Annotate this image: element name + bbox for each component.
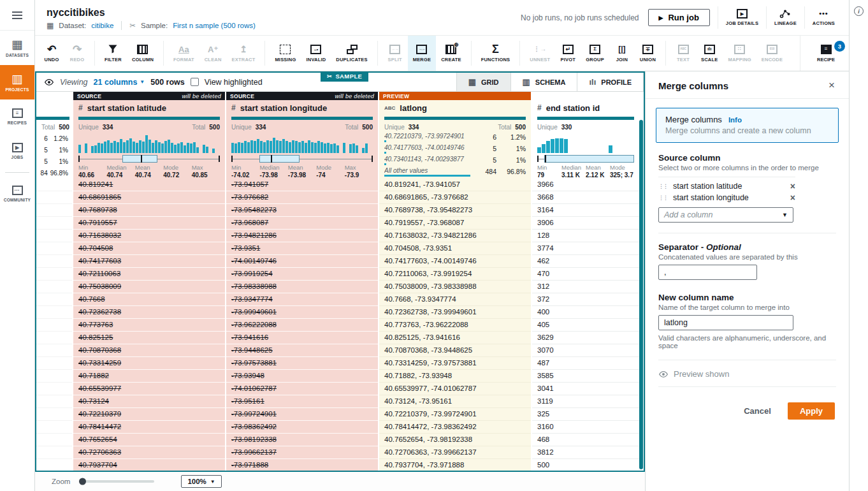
cell-start-station-latitude[interactable]: 40.72706363: [73, 446, 225, 459]
tab-schema[interactable]: ▥SCHEMA: [510, 73, 577, 91]
columns-dropdown[interactable]: 21 columns▼: [94, 78, 145, 87]
cell-latlong-preview[interactable]: 40.7919557, -73.968087: [379, 217, 531, 230]
cell-start-station-longitude[interactable]: -73.98192338: [226, 434, 378, 446]
cell-start-station-longitude[interactable]: -73.99949601: [226, 306, 378, 319]
column-header-start-station-latitude[interactable]: SOURCEwill be deleted #start station lat…: [73, 92, 225, 179]
cell-start-station-longitude[interactable]: -73.941057: [226, 179, 378, 191]
cell-start-station-latitude[interactable]: 40.71882: [73, 370, 225, 383]
sample-link[interactable]: First n sample (500 rows): [173, 22, 256, 29]
cell-start-station-latitude[interactable]: 40.7937704: [73, 459, 225, 471]
run-job-button[interactable]: ▶ Run job: [648, 9, 710, 26]
cell-start-station-longitude[interactable]: -73.99724901: [226, 408, 378, 421]
remove-column-icon[interactable]: ×: [790, 182, 795, 190]
column-header-latlong[interactable]: PREVIEW ABClatlong Unique334Total500 40.…: [379, 92, 531, 179]
cell-end-station-id[interactable]: 3070: [532, 344, 639, 357]
new-column-name-input[interactable]: [658, 315, 793, 330]
source-column-item[interactable]: ⋮⋮ start station longitude ×: [658, 192, 795, 203]
cell-end-station-id[interactable]: 3119: [532, 395, 639, 408]
cell-start-station-latitude[interactable]: 40.72362738: [73, 306, 225, 319]
close-icon[interactable]: ×: [826, 80, 837, 91]
cell-start-station-latitude[interactable]: 40.73124: [73, 395, 225, 408]
cell-end-station-id[interactable]: 462: [532, 255, 639, 268]
cell-end-station-id[interactable]: 3906: [532, 217, 639, 230]
toolbar-column-button[interactable]: COLUMN: [127, 36, 159, 71]
cell-latlong-preview[interactable]: 40.75038009, -73.98338988: [379, 281, 531, 293]
cell-start-station-latitude[interactable]: 40.71638032: [73, 230, 225, 242]
cell-start-station-latitude[interactable]: 40.819241: [73, 179, 225, 191]
cell-latlong-preview[interactable]: 40.72110063, -73.9919254: [379, 268, 531, 281]
cell-end-station-id[interactable]: 3585: [532, 370, 639, 383]
toolbar-create-button[interactable]: ⊕CREATE: [436, 36, 466, 71]
cell-latlong-preview[interactable]: 40.7668, -73.9347774: [379, 293, 531, 306]
cell-start-station-longitude[interactable]: -73.97573881: [226, 357, 378, 370]
cell-latlong-preview[interactable]: 40.73124, -73.95161: [379, 395, 531, 408]
separator-input[interactable]: [658, 265, 757, 280]
toolbar-undo-button[interactable]: ↶UNDO: [39, 36, 64, 71]
cell-end-station-id[interactable]: 3774: [532, 242, 639, 255]
hamburger-menu-button[interactable]: [0, 0, 34, 31]
cell-start-station-longitude[interactable]: -73.94821286: [226, 230, 378, 242]
cell-end-station-id[interactable]: 400: [532, 306, 639, 319]
cell-latlong-preview[interactable]: 40.7652654, -73.98192338: [379, 434, 531, 446]
cell-latlong-preview[interactable]: 40.72706363, -73.99662137: [379, 446, 531, 459]
cell-end-station-id[interactable]: 325: [532, 408, 639, 421]
cell-start-station-longitude[interactable]: -74.01062787: [226, 383, 378, 395]
source-column-item[interactable]: ⋮⋮ start station latitude ×: [658, 180, 795, 192]
cell-start-station-longitude[interactable]: -73.9448625: [226, 344, 378, 357]
cell-end-station-id[interactable]: 312: [532, 281, 639, 293]
cell-latlong-preview[interactable]: 40.825125, -73.941616: [379, 332, 531, 344]
recipe-panel-button[interactable]: ≡ 3 RECIPE: [817, 45, 835, 62]
cell-start-station-latitude[interactable]: 40.72210379: [73, 408, 225, 421]
toolbar-group-button[interactable]: ΣGROUP: [581, 36, 609, 71]
cell-start-station-latitude[interactable]: 40.75038009: [73, 281, 225, 293]
merge-columns-card[interactable]: Merge columnsInfo Merge columns and crea…: [656, 108, 839, 143]
toolbar-union-button[interactable]: ∓UNION: [635, 36, 661, 71]
info-icon[interactable]: i: [854, 6, 864, 16]
cell-latlong-preview[interactable]: 40.68691865, -73.976682: [379, 191, 531, 204]
cell-start-station-longitude[interactable]: -73.98338988: [226, 281, 378, 293]
preview-toggle[interactable]: Preview shown: [646, 369, 849, 379]
cell-end-station-id[interactable]: 470: [532, 268, 639, 281]
info-link[interactable]: Info: [728, 116, 742, 124]
cell-latlong-preview[interactable]: 40.7937704, -73.971888: [379, 459, 531, 471]
cell-start-station-latitude[interactable]: 40.72110063: [73, 268, 225, 281]
cell-start-station-latitude[interactable]: 40.74177603: [73, 255, 225, 268]
toolbar-join-button[interactable]: [|]JOIN: [609, 36, 635, 71]
view-highlighted-checkbox[interactable]: [191, 78, 199, 86]
zoom-level-dropdown[interactable]: 100%▼: [181, 475, 221, 488]
cell-end-station-id[interactable]: 487: [532, 357, 639, 370]
cell-latlong-preview[interactable]: 40.73314259, -73.97573881: [379, 357, 531, 370]
cell-end-station-id[interactable]: 468: [532, 434, 639, 446]
cell-end-station-id[interactable]: 500: [532, 459, 639, 471]
toolbar-duplicates-button[interactable]: DUPLICATES: [331, 36, 372, 71]
cell-end-station-id[interactable]: 3966: [532, 179, 639, 191]
value-distribution-row[interactable]: 40.74177603, -74.0014974651%: [379, 144, 531, 156]
zoom-slider-knob[interactable]: [79, 478, 86, 485]
cell-latlong-preview[interactable]: 40.71882, -73.93948: [379, 370, 531, 383]
scrollbar-thumb[interactable]: [639, 120, 643, 469]
lineage-button[interactable]: LINEAGE: [767, 6, 805, 29]
cell-start-station-latitude[interactable]: 40.73314259: [73, 357, 225, 370]
cell-start-station-latitude[interactable]: 40.7919557: [73, 217, 225, 230]
column-header-start-station-longitude[interactable]: SOURCEwill be deleted #start station lon…: [226, 92, 378, 179]
toolbar-invalid-button[interactable]: –•INVALID: [301, 36, 331, 71]
cell-start-station-latitude[interactable]: 40.7652654: [73, 434, 225, 446]
tab-grid[interactable]: ▦GRID: [456, 73, 510, 91]
cell-latlong-preview[interactable]: 40.704508, -73.9351: [379, 242, 531, 255]
cell-end-station-id[interactable]: 3812: [532, 446, 639, 459]
cell-latlong-preview[interactable]: 40.7689738, -73.95482273: [379, 204, 531, 217]
cell-start-station-longitude[interactable]: -73.9347774: [226, 293, 378, 306]
add-column-select[interactable]: Add a column ▼: [658, 207, 793, 223]
toolbar-pivot-button[interactable]: ↵PIVOT: [555, 36, 581, 71]
cell-end-station-id[interactable]: 3629: [532, 332, 639, 344]
cell-end-station-id[interactable]: 405: [532, 319, 639, 332]
cell-start-station-latitude[interactable]: 40.70870368: [73, 344, 225, 357]
cell-start-station-latitude[interactable]: 40.7689738: [73, 204, 225, 217]
cell-start-station-longitude[interactable]: -73.95161: [226, 395, 378, 408]
cell-end-station-id[interactable]: 3160: [532, 421, 639, 434]
cell-start-station-latitude[interactable]: 40.78414472: [73, 421, 225, 434]
drag-handle-icon[interactable]: ⋮⋮: [658, 184, 667, 189]
cell-start-station-longitude[interactable]: -73.976682: [226, 191, 378, 204]
value-distribution-row[interactable]: All other values48496.8%: [379, 167, 531, 179]
toolbar-scale-button[interactable]: ılıSCALE: [696, 36, 723, 71]
